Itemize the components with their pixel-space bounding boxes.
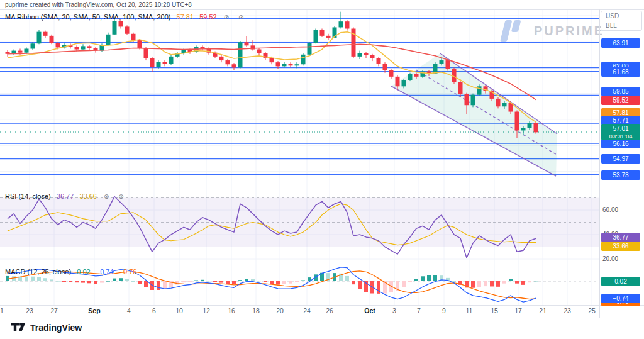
macd-hist-bar [490,281,494,286]
macd-hist-bar [87,281,91,283]
time-axis-label[interactable]: 23 [26,307,33,314]
macd-hist-bar [232,281,236,284]
candle [131,34,136,40]
candle [295,64,299,65]
candle [125,26,130,33]
last-price-value: 57.01 [601,125,640,133]
candle [339,21,343,27]
candle [276,62,280,66]
candle [370,55,375,58]
candle [144,48,148,58]
macd-hist-bar [352,281,355,284]
macd-hist-bar [138,281,142,284]
time-axis-label[interactable]: 17 [514,307,522,314]
price-axis-label: 33.66 [601,242,640,251]
macd-hist-bar [452,281,456,282]
price-axis-label: 59.85 [601,87,640,96]
macd-hist-bar [182,281,186,282]
macd-hist-bar [56,281,60,282]
time-axis-label[interactable]: 20 [276,307,284,314]
macd-hist-bar [43,278,47,281]
macd-hist-bar [125,279,129,281]
candle [408,74,413,80]
candle [219,57,224,60]
candle [465,94,469,106]
price-axis-label: 54.97 [601,154,640,164]
macd-hist-bar [421,276,425,281]
macd-hist-bar [270,281,274,284]
macd-hist-bar [251,279,255,281]
time-axis-label[interactable]: 27 [50,307,58,314]
hide-indicator-icons[interactable]: ⊘ ⊘ [104,193,128,200]
time-axis-label[interactable]: 23 [564,307,571,314]
candle [138,40,142,48]
ma-ribbon-title: MA Ribbon (SMA, 20, SMA, 50, SMA, 100, S… [5,13,171,21]
candle [18,51,23,53]
divider [0,318,644,318]
macd-hist-bar [94,281,97,284]
time-axis-label[interactable]: 6 [152,307,156,314]
time-axis-label[interactable]: 12 [203,307,210,314]
candle [37,32,42,44]
pane-divider-macd[interactable] [0,265,644,265]
time-axis-label[interactable]: 3 [392,307,396,314]
macd-hist-bar [276,281,280,285]
pane-divider-rsi[interactable] [0,189,644,189]
axis-tick: 60.00 [602,206,640,214]
macd-hist-bar [515,281,519,284]
candle [377,58,381,64]
candle [163,62,167,64]
time-axis-label[interactable]: 26 [326,307,333,314]
macd-signal-value: −0.76 [119,268,137,275]
macd-hist-bar [358,281,362,289]
time-axis-label[interactable]: 21 [539,307,547,314]
macd-hist-bar [345,276,349,281]
candle [50,36,54,43]
macd-hist-bar [144,281,148,287]
last-price-label: 57.0103:31:04 [601,124,640,140]
time-axis-label[interactable]: 18 [252,307,260,314]
macd-hist-bar [201,280,204,281]
time-axis-label[interactable]: Oct [364,307,375,314]
price-axis-label: 53.73 [601,170,640,180]
macd-hist-bar [301,281,305,281]
hide-indicator-icons[interactable]: ⊘ ⊘ [224,14,248,21]
time-axis-label[interactable]: 4 [127,307,131,314]
macd-hist-bar [219,281,223,283]
macd-hist-bar [496,281,500,287]
tradingview-logo[interactable]: TradingView [11,322,82,333]
chart-canvas[interactable] [0,0,644,339]
candle [440,60,444,64]
macd-hist-bar [414,279,418,281]
puprime-logo-icon [500,19,526,43]
time-axis-label[interactable]: 25 [588,307,596,314]
candle [226,60,230,64]
time-axis-label[interactable]: 10 [175,307,183,314]
time-axis-label[interactable]: 9 [442,307,446,314]
macd-hist-bar [50,279,53,281]
candle [502,103,507,106]
puprime-watermark: PUPRIME [500,19,604,43]
time-axis-label[interactable]: 15 [491,307,498,314]
macd-hist-bar [226,281,230,284]
candle [402,80,406,86]
bar-countdown: 03:31:04 [601,133,640,140]
candle [157,62,161,67]
price-axis-label: 0.02 [601,277,640,286]
axis-tick: 20.00 [602,255,640,264]
candle [534,123,538,132]
candle [326,36,331,38]
time-axis-label[interactable]: 11 [466,307,473,314]
time-axis-label[interactable]: 7 [417,307,421,314]
time-axis-label[interactable]: Sep [88,307,100,314]
candle [515,112,519,131]
rsi-ma-value: 33.66 [79,192,97,200]
time-axis-label[interactable]: 16 [228,307,235,314]
macd-hist-bar [264,281,267,282]
price-axis-label: 36.77 [601,233,640,242]
candle [383,64,387,70]
currency-unit-box[interactable]: USD BLL [601,11,642,31]
time-axis-label[interactable]: 1 [0,307,4,314]
macd-hist-bar [213,281,217,282]
time-axis-label[interactable]: 24 [303,307,311,314]
